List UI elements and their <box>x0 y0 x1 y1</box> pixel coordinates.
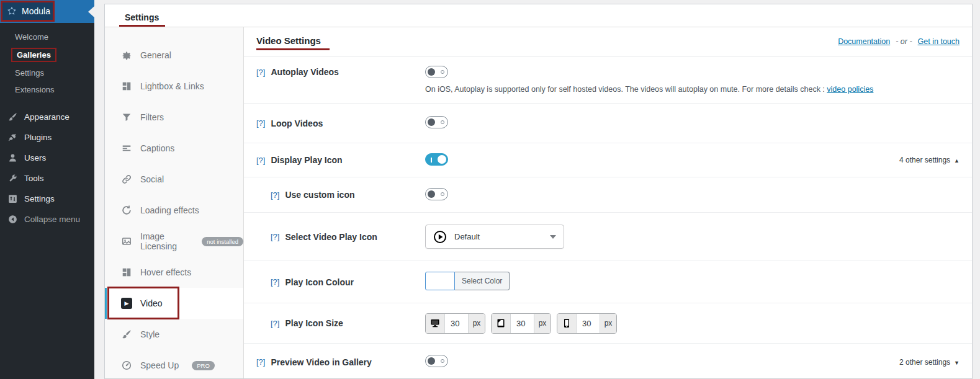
sidebar-item-galleries[interactable]: Galleries <box>0 45 94 65</box>
tab-loading-effects[interactable]: Loading effects <box>105 195 243 226</box>
help-icon[interactable]: [?] <box>271 190 279 200</box>
gear-icon <box>121 50 132 61</box>
unit-label: px <box>600 314 616 333</box>
help-icon[interactable]: [?] <box>256 357 265 367</box>
tab-speed-up[interactable]: Speed Up PRO <box>105 350 243 379</box>
tab-label: Social <box>140 174 164 184</box>
caption-lines-icon <box>121 143 132 154</box>
tab-lightbox-links[interactable]: Lightbox & Links <box>105 71 243 102</box>
menu-item-users[interactable]: Users <box>0 148 94 168</box>
setting-label: Loop Videos <box>271 118 323 128</box>
help-icon[interactable]: [?] <box>271 277 279 287</box>
tab-filters[interactable]: Filters <box>105 102 243 133</box>
select-color-button[interactable]: Select Color <box>455 272 510 290</box>
current-menu-arrow <box>83 6 94 17</box>
tab-label: Speed Up <box>140 360 179 370</box>
pro-badge: PRO <box>192 361 215 370</box>
tab-label: Video <box>140 298 163 308</box>
menu-item-tools[interactable]: Tools <box>0 168 94 189</box>
settings-rows: [?] Autoplay Videos On iOS, Autoplay is … <box>244 56 972 379</box>
setting-label: Select Video Play Icon <box>285 232 377 242</box>
menu-item-settings[interactable]: Settings <box>0 189 94 209</box>
row-autoplay-videos: [?] Autoplay Videos On iOS, Autoplay is … <box>244 56 972 104</box>
other-settings-collapse[interactable]: 4 other settings▲ <box>899 156 960 164</box>
tablet-size-input[interactable] <box>511 314 534 333</box>
tab-social[interactable]: Social <box>105 164 243 195</box>
color-swatch <box>425 272 455 290</box>
tab-style[interactable]: Style <box>105 319 243 350</box>
video-settings-annotation-underline <box>256 48 330 50</box>
video-policies-link[interactable]: video policies <box>827 85 873 94</box>
row-select-play-icon: [?] Select Video Play Icon Default <box>244 213 972 261</box>
menu-item-label: Collapse menu <box>24 215 80 224</box>
setting-label: Preview Video in Gallery <box>271 357 371 367</box>
color-picker[interactable]: Select Color <box>425 272 510 290</box>
desktop-size-input[interactable] <box>445 314 468 333</box>
tablet-icon <box>492 314 511 333</box>
mobile-size-group: px <box>557 313 617 334</box>
page-title: Video Settings <box>256 35 321 46</box>
help-icon[interactable]: [?] <box>271 232 279 241</box>
row-play-icon-colour: [?] Play Icon Colour Select Color <box>244 261 972 303</box>
other-settings-expand[interactable]: 2 other settings▼ <box>899 358 960 367</box>
size-inputs: px px px <box>425 313 960 334</box>
wp-admin-sidebar: Modula Welcome Galleries Settings Extens… <box>0 0 94 379</box>
tab-label: Hover effects <box>140 267 191 277</box>
dropdown-value: Default <box>454 232 542 241</box>
tab-video[interactable]: ▶ Video <box>105 288 243 319</box>
setting-label: Play Icon Colour <box>285 277 353 287</box>
tab-label: Image Licensing <box>140 231 189 251</box>
help-icon[interactable]: [?] <box>256 118 265 128</box>
tab-settings[interactable]: Settings <box>123 12 165 27</box>
autoplay-toggle[interactable] <box>425 66 448 78</box>
tab-label: Lightbox & Links <box>140 81 204 91</box>
sidebar-item-settings[interactable]: Settings <box>0 65 94 81</box>
help-icon[interactable]: [?] <box>256 68 265 77</box>
panel-title-wrap: Video Settings <box>256 33 330 50</box>
preview-video-toggle[interactable] <box>425 355 448 367</box>
loop-toggle[interactable] <box>425 116 448 128</box>
tablet-size-group: px <box>491 313 551 334</box>
menu-item-label: Users <box>24 153 46 163</box>
tab-hover-effects[interactable]: Hover effects <box>105 257 243 288</box>
collapse-icon <box>7 214 18 225</box>
tab-label: Loading effects <box>140 205 199 215</box>
menu-item-label: Tools <box>24 174 44 183</box>
help-links: Documentation - or - Get in touch <box>838 37 960 46</box>
autoplay-description: On iOS, Autoplay is supported only for s… <box>425 85 960 94</box>
row-play-icon-size: [?] Play Icon Size px <box>244 303 972 344</box>
help-icon[interactable]: [?] <box>256 156 265 165</box>
display-play-icon-toggle[interactable] <box>425 153 448 166</box>
tab-label: Style <box>140 329 160 339</box>
menu-item-collapse[interactable]: Collapse menu <box>0 209 94 230</box>
modula-menu-header[interactable]: Modula <box>0 0 94 23</box>
modula-annotation-box: Modula <box>1 1 55 22</box>
unit-label: px <box>534 314 551 333</box>
setting-label: Play Icon Size <box>285 318 343 328</box>
menu-item-plugins[interactable]: Plugins <box>0 127 94 148</box>
row-use-custom-icon: [?] Use custom icon <box>244 177 972 213</box>
tab-image-licensing[interactable]: Image Licensing not installed <box>105 226 243 257</box>
help-icon[interactable]: [?] <box>271 319 279 328</box>
documentation-link[interactable]: Documentation <box>838 37 890 46</box>
reload-icon <box>121 205 132 216</box>
sidebar-item-welcome[interactable]: Welcome <box>0 29 94 45</box>
speedometer-icon <box>121 360 132 371</box>
custom-icon-toggle[interactable] <box>425 188 448 200</box>
play-icon-dropdown[interactable]: Default <box>425 225 564 249</box>
setting-label: Use custom icon <box>285 190 354 200</box>
sidebar-item-extensions[interactable]: Extensions <box>0 81 94 98</box>
settings-card: General Lightbox & Links Filters Caption… <box>104 27 973 379</box>
row-loop-videos: [?] Loop Videos <box>244 104 972 143</box>
mobile-icon <box>557 314 577 333</box>
not-installed-badge: not installed <box>202 237 243 246</box>
get-in-touch-link[interactable]: Get in touch <box>918 37 960 46</box>
tab-captions[interactable]: Captions <box>105 133 243 164</box>
wp-main-menu: Appearance Plugins Users Tools Settings … <box>0 107 94 230</box>
row-preview-video: [?] Preview Video in Gallery 2 other set… <box>244 344 972 379</box>
menu-item-appearance[interactable]: Appearance <box>0 107 94 127</box>
tab-label: General <box>140 50 171 60</box>
setting-label: Autoplay Videos <box>271 67 338 77</box>
tab-general[interactable]: General <box>105 40 243 71</box>
mobile-size-input[interactable] <box>577 314 600 333</box>
